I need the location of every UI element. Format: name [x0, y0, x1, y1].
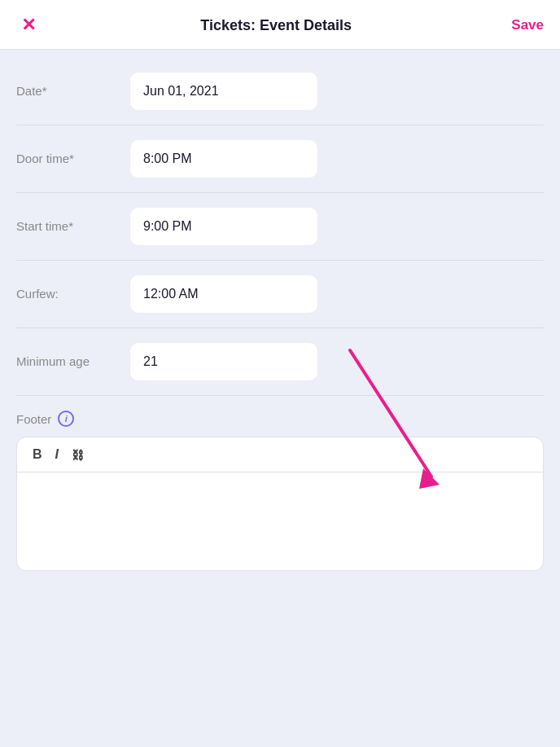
footer-section: Footer i B I ⛓	[16, 396, 544, 579]
rich-text-toolbar: B I ⛓	[17, 437, 543, 472]
footer-label: Footer	[16, 412, 51, 426]
minimum-age-label: Minimum age	[16, 354, 130, 370]
link-button[interactable]: ⛓	[68, 446, 88, 464]
rich-text-editor: B I ⛓	[16, 437, 544, 571]
minimum-age-input[interactable]	[130, 343, 317, 380]
form-content: Date* Door time* Start time* Curfew: Min…	[0, 50, 560, 595]
date-input[interactable]	[130, 73, 317, 110]
footer-label-row: Footer i	[16, 411, 544, 427]
minimum-age-row: Minimum age	[16, 328, 544, 395]
save-button[interactable]: Save	[511, 17, 544, 33]
start-time-input[interactable]	[130, 208, 317, 245]
date-label: Date*	[16, 83, 130, 99]
door-time-input[interactable]	[130, 140, 317, 178]
info-icon[interactable]: i	[58, 411, 74, 427]
start-time-row: Start time*	[16, 193, 544, 260]
door-time-label: Door time*	[16, 151, 130, 167]
rich-text-body[interactable]	[17, 472, 543, 570]
bold-button[interactable]: B	[28, 446, 46, 464]
close-button[interactable]: ✕	[16, 15, 41, 36]
italic-button[interactable]: I	[51, 446, 63, 464]
curfew-row: Curfew:	[16, 261, 544, 327]
date-row: Date*	[16, 58, 544, 125]
page-title: Tickets: Event Details	[41, 17, 511, 34]
curfew-label: Curfew:	[16, 286, 130, 302]
start-time-label: Start time*	[16, 218, 130, 235]
curfew-input[interactable]	[130, 275, 317, 313]
door-time-row: Door time*	[16, 125, 544, 192]
